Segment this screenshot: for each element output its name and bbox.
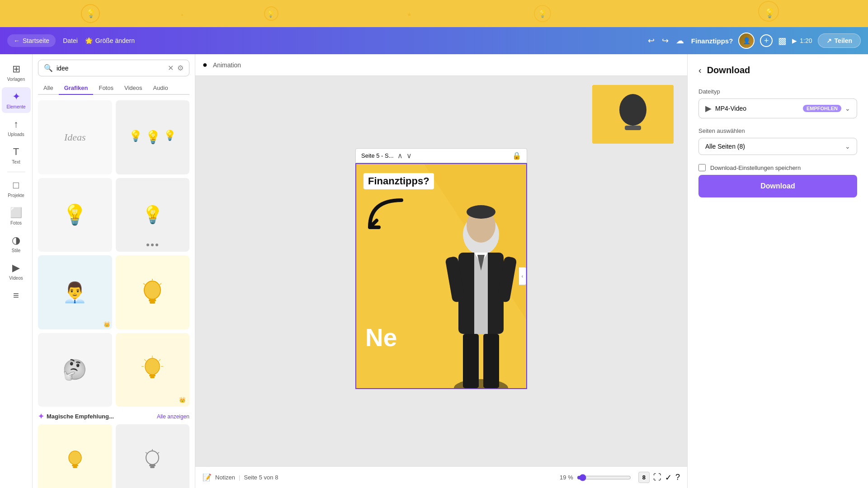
grid-item-1[interactable]: Ideas (38, 100, 112, 174)
home-button[interactable]: ← Startseite (7, 34, 56, 47)
page-down-button[interactable]: ∨ (406, 151, 412, 160)
grid-item-8[interactable]: 👑 (116, 333, 190, 407)
svg-line-16 (143, 283, 145, 285)
tab-alle[interactable]: Alle (38, 82, 59, 95)
grid-item-6[interactable] (116, 255, 190, 329)
magic-section-header: ✦ Magische Empfehlung... Alle anzeigen (38, 412, 189, 421)
sidebar-item-videos[interactable]: ▶ Videos (2, 258, 31, 284)
pages-button[interactable]: 8 (638, 472, 650, 483)
sidebar-item-fotos[interactable]: ⬜ Fotos (2, 203, 31, 229)
tab-grafiken[interactable]: Grafiken (59, 82, 94, 95)
check-button[interactable]: ✓ (665, 473, 672, 483)
pages-select[interactable]: Alle Seiten (8) ⌄ (698, 138, 857, 155)
filetype-value: MP4-Video (715, 105, 799, 112)
grid-item-7[interactable]: 🤔 (38, 333, 112, 407)
share-button[interactable]: ↗ Teilen (818, 33, 861, 48)
grid-item-4[interactable]: 💡 (116, 178, 190, 252)
project-title[interactable]: Finanztipps? (691, 37, 733, 45)
tab-videos[interactable]: Videos (119, 82, 148, 95)
svg-rect-67 (463, 334, 479, 388)
svg-point-64 (454, 379, 508, 388)
download-button[interactable]: Download (698, 175, 857, 197)
svg-rect-30 (150, 466, 155, 468)
svg-rect-0 (0, 0, 868, 27)
share-icon: ↗ (826, 37, 832, 44)
page-up-button[interactable]: ∧ (397, 151, 403, 160)
svg-text:●: ● (181, 12, 184, 17)
magic-grid: 👑 👑 (38, 424, 189, 488)
hide-panel-button[interactable]: ‹ (519, 267, 526, 285)
save-settings-row: Download-Einstellungen speichern (698, 164, 857, 171)
magic-item-1[interactable] (38, 424, 112, 488)
grid-item-3[interactable]: 💡 (38, 178, 112, 252)
notes-icon[interactable]: 📝 (203, 473, 212, 482)
svg-point-17 (145, 358, 160, 375)
page-lock-icon[interactable]: 🔒 (512, 151, 521, 160)
download-back-button[interactable]: ‹ (698, 65, 702, 75)
sidebar-item-elemente[interactable]: ✦ Elemente (2, 87, 31, 113)
grid-item-5[interactable]: 👨‍💼 👑 (38, 255, 112, 329)
magic-title: Magische Empfehlung... (47, 413, 114, 420)
page-header-bar: Seite 5 - S... ∧ ∨ 🔒 (355, 148, 527, 163)
sidebar-item-stile[interactable]: ◑ Stile (2, 231, 31, 257)
fullscreen-button[interactable]: ⛶ (653, 473, 661, 482)
grid-item-2[interactable]: 💡 💡 💡 (116, 100, 190, 174)
elemente-icon: ✦ (12, 91, 20, 103)
search-filter-icon[interactable]: ⚙ (177, 64, 184, 72)
top-banner: 💡 💡 💡 💡 ★ ● (0, 0, 868, 27)
svg-line-32 (157, 452, 159, 454)
page-container: Seite 5 - S... ∧ ∨ 🔒 (355, 148, 527, 389)
play-button[interactable]: ▶ 1:20 (792, 37, 812, 44)
svg-text:💡: 💡 (764, 8, 775, 19)
filetype-select[interactable]: ▶ MP4-Video EMPFOHLEN ⌄ (698, 99, 857, 118)
svg-text:💡: 💡 (538, 9, 547, 18)
redo-button[interactable]: ↪ (660, 34, 670, 47)
sidebar-item-projekte[interactable]: □ Projekte (2, 176, 31, 202)
zoom-slider[interactable] (577, 474, 631, 481)
search-bar[interactable]: 🔍 ✕ ⚙ (38, 60, 189, 76)
projekte-icon: □ (13, 179, 19, 191)
magic-item-2[interactable] (116, 424, 190, 488)
avatar[interactable]: 👤 (738, 33, 755, 49)
sidebar-item-uploads[interactable]: ↑ Uploads (2, 115, 31, 141)
size-button[interactable]: 🌟 Größe ändern (85, 37, 135, 44)
tab-audio[interactable]: Audio (147, 82, 173, 95)
cloud-button[interactable]: ☁ (674, 34, 686, 47)
canvas-page[interactable]: Finanztipps? Ne (355, 163, 527, 389)
svg-rect-68 (483, 334, 499, 388)
toolbar: ← Startseite Datei 🌟 Größe ändern ↩ ↪ ☁ … (0, 27, 868, 54)
play-time: 1:20 (800, 37, 812, 44)
animation-icon[interactable]: ● (203, 60, 208, 70)
text-icon: T (13, 146, 19, 158)
svg-line-33 (146, 452, 147, 454)
page-label: Seite 5 - S... (361, 152, 394, 159)
search-icon: 🔍 (44, 64, 53, 72)
page-preview-top[interactable] (592, 85, 674, 144)
canvas-main[interactable]: Seite 5 - S... ∧ ∨ 🔒 (195, 76, 687, 466)
svg-rect-13 (150, 301, 155, 304)
recommended-badge: EMPFOHLEN (803, 105, 841, 112)
save-settings-checkbox[interactable] (698, 164, 706, 171)
tab-row: Alle Grafiken Fotos Videos Audio (38, 82, 189, 95)
undo-button[interactable]: ↩ (646, 34, 656, 47)
svg-text:💡: 💡 (86, 9, 96, 19)
canvas-toolbar: ● Animation (195, 54, 687, 76)
add-button[interactable]: + (760, 34, 773, 47)
magic-all-link[interactable]: Alle anzeigen (157, 413, 189, 420)
sidebar-item-patterns[interactable]: ≡ (2, 286, 31, 305)
help-button[interactable]: ? (675, 473, 680, 482)
file-button[interactable]: Datei (63, 37, 78, 44)
sidebar-item-vorlagen[interactable]: ⊞ Vorlagen (2, 60, 31, 85)
svg-rect-26 (72, 465, 78, 466)
search-clear-icon[interactable]: ✕ (168, 64, 174, 72)
sidebar-item-text[interactable]: T Text (2, 142, 31, 168)
svg-rect-18 (149, 375, 156, 376)
patterns-icon: ≡ (13, 290, 19, 301)
stats-button[interactable]: ▩ (778, 35, 787, 46)
size-label: Größe ändern (95, 37, 135, 44)
search-input[interactable] (57, 65, 164, 72)
tab-fotos[interactable]: Fotos (93, 82, 119, 95)
svg-text:★: ★ (407, 11, 412, 18)
filetype-label: Dateityp (698, 88, 857, 95)
video-icon: ▶ (705, 103, 712, 113)
